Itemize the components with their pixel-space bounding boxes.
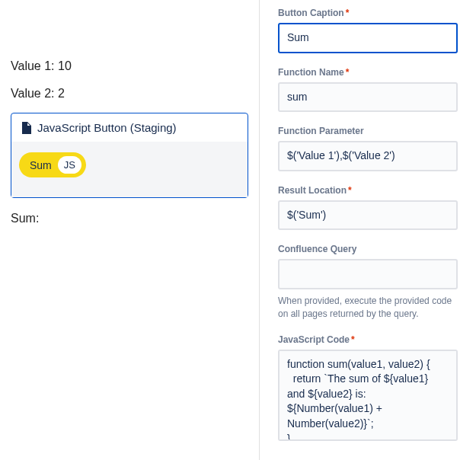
required-star: * xyxy=(346,8,350,18)
sum-button[interactable]: Sum JS xyxy=(19,152,86,177)
field-confluence-query: Confluence Query When provided, execute … xyxy=(278,244,458,320)
required-star: * xyxy=(351,334,355,345)
field-function-name: Function Name* xyxy=(278,67,458,113)
input-button-caption[interactable] xyxy=(278,23,458,53)
input-function-name[interactable] xyxy=(278,82,458,113)
file-icon xyxy=(21,122,31,134)
sum-output-label: Sum: xyxy=(11,212,248,225)
help-confluence-query: When provided, execute the provided code… xyxy=(278,295,458,321)
pill-label: Sum xyxy=(30,159,52,171)
label-confluence-query: Confluence Query xyxy=(278,244,458,254)
field-button-caption: Button Caption* xyxy=(278,8,458,53)
field-javascript-code: JavaScript Code* xyxy=(278,334,458,443)
field-result-location: Result Location* xyxy=(278,185,458,231)
macro-card[interactable]: JavaScript Button (Staging) Sum JS xyxy=(11,113,248,198)
value-2-line: Value 2: 2 xyxy=(11,87,248,101)
value-2: 2 xyxy=(58,87,65,100)
input-function-parameter[interactable] xyxy=(278,141,458,171)
label-javascript-code: JavaScript Code* xyxy=(278,334,458,345)
value-1: 10 xyxy=(58,59,72,72)
js-badge: JS xyxy=(58,156,81,174)
label-button-caption: Button Caption* xyxy=(278,8,458,18)
required-star: * xyxy=(346,67,350,78)
input-confluence-query[interactable] xyxy=(278,259,458,289)
input-result-location[interactable] xyxy=(278,200,458,231)
value-2-label: Value 2: xyxy=(11,87,55,100)
label-function-name: Function Name* xyxy=(278,67,458,78)
label-result-location: Result Location* xyxy=(278,185,458,196)
label-function-parameter: Function Parameter xyxy=(278,126,458,136)
macro-header: JavaScript Button (Staging) xyxy=(11,113,248,142)
macro-body: Sum JS xyxy=(11,142,248,197)
properties-pane: Button Caption* Function Name* Function … xyxy=(259,0,476,460)
preview-pane: Value 1: 10 Value 2: 2 JavaScript Button… xyxy=(0,0,259,460)
input-javascript-code[interactable] xyxy=(278,350,458,441)
required-star: * xyxy=(348,185,352,196)
macro-title: JavaScript Button (Staging) xyxy=(37,121,177,134)
value-1-line: Value 1: 10 xyxy=(11,59,248,73)
value-1-label: Value 1: xyxy=(11,59,55,72)
field-function-parameter: Function Parameter xyxy=(278,126,458,171)
